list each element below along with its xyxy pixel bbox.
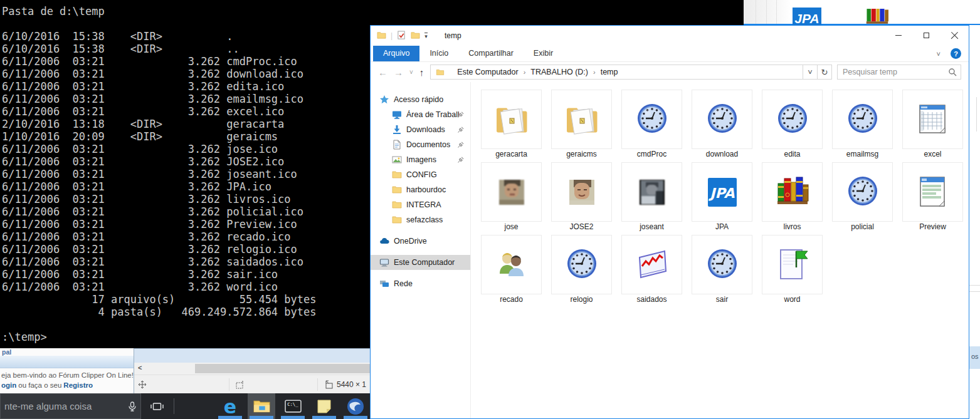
file-label: emailmsg <box>832 149 893 159</box>
sidebar-item[interactable]: INTEGRA <box>371 197 470 212</box>
sidebar-item[interactable]: sefazclass <box>371 212 470 227</box>
properties-button[interactable] <box>397 31 406 40</box>
sidebar-item[interactable]: Acesso rápido <box>371 92 470 107</box>
file-item[interactable]: cmdProc <box>621 90 682 159</box>
new-folder-button[interactable] <box>411 31 420 40</box>
pin-icon <box>457 111 465 118</box>
cortana-search-box[interactable]: nte-me alguma coisa <box>0 393 141 419</box>
ribbon-tab[interactable]: Compartilhar <box>458 46 524 61</box>
sidebar-item[interactable]: Downloads <box>371 122 470 137</box>
file-item[interactable]: geracarta <box>481 90 542 159</box>
search-icon[interactable] <box>948 68 957 76</box>
file-label: edita <box>762 149 823 159</box>
register-link[interactable]: Registro <box>63 381 93 389</box>
back-button[interactable]: ← <box>378 67 387 78</box>
file-label: jose <box>481 222 542 232</box>
folder-icon[interactable] <box>377 31 386 40</box>
photo-joseant-icon <box>632 172 672 212</box>
expand-ribbon-button[interactable]: ˅ <box>937 50 940 58</box>
breadcrumb-segment[interactable]: Este Computador <box>447 68 518 76</box>
file-label: sair <box>692 294 752 304</box>
sidebar-item-label: Rede <box>394 279 459 288</box>
taskbar-app-button[interactable] <box>248 393 275 419</box>
forward-button[interactable]: → <box>394 67 403 78</box>
taskbar: nte-me alguma coisa e C:\_ <box>0 393 370 419</box>
file-item[interactable]: word <box>762 235 823 304</box>
folder-icon <box>392 200 402 210</box>
sidebar-item-label: Downloads <box>406 125 459 134</box>
scrollbar-thumb[interactable] <box>195 364 370 373</box>
clock-icon <box>843 100 883 140</box>
microphone-icon[interactable] <box>127 401 137 411</box>
quick-access-toolbar: | ▾ <box>377 31 428 40</box>
address-dropdown-button[interactable]: ˅ <box>803 65 818 80</box>
cortana-placeholder: nte-me alguma coisa <box>4 394 92 418</box>
help-button[interactable]: ? <box>951 48 961 59</box>
task-view-button[interactable] <box>146 393 167 419</box>
file-item[interactable]: excel <box>902 90 963 159</box>
ribbon-tab[interactable]: Exibir <box>524 46 563 61</box>
sidebar-item-icon <box>392 110 403 120</box>
ribbon-tab[interactable]: Arquivo <box>373 46 419 61</box>
taskbar-app-button[interactable]: C:\_ <box>279 393 307 419</box>
scroll-left-arrow-icon[interactable]: < <box>138 364 142 371</box>
sidebar-item[interactable]: OneDrive <box>371 234 470 249</box>
file-item[interactable]: emailmsg <box>832 90 893 159</box>
file-item[interactable]: edita <box>762 90 823 159</box>
sidebar-item-icon <box>379 257 390 267</box>
taskbar-app-button[interactable] <box>342 393 369 419</box>
file-explorer-icon <box>253 400 270 413</box>
file-item[interactable]: saidados <box>621 235 682 304</box>
refresh-button[interactable]: ↻ <box>817 65 832 80</box>
sidebar-item[interactable]: CONFIG <box>371 167 470 182</box>
ribbon-tab[interactable]: Início <box>419 46 458 61</box>
recent-locations-button[interactable]: ˅ <box>409 69 413 76</box>
horizontal-scrollbar[interactable]: < <box>134 363 370 375</box>
file-item[interactable]: Preview <box>902 162 963 232</box>
file-item[interactable]: geraicms <box>551 90 612 159</box>
sidebar-item[interactable]: Documentos <box>371 137 470 152</box>
sidebar-item-label: Acesso rápido <box>394 95 459 104</box>
up-button[interactable]: ↑ <box>419 67 424 78</box>
file-item[interactable]: jose <box>481 162 542 232</box>
file-item[interactable]: JOSE2 <box>551 162 612 232</box>
sidebar-item[interactable]: harbourdoc <box>371 182 470 197</box>
file-thumbnail <box>762 235 823 294</box>
file-item[interactable]: livros <box>762 162 823 232</box>
breadcrumb-segment[interactable]: ›temp <box>588 68 618 76</box>
breadcrumb-label: Este Computador <box>457 68 518 76</box>
sidebar-item[interactable]: Rede <box>371 276 470 291</box>
file-item[interactable]: recado <box>481 235 542 304</box>
minimize-button[interactable] <box>884 26 912 44</box>
login-middle-text: ou faça o seu <box>18 381 61 389</box>
taskbar-app-button[interactable]: e <box>216 393 244 419</box>
sidebar-item-icon <box>392 140 403 150</box>
page-link-fragment[interactable]: pal <box>2 348 11 356</box>
customize-toolbar-button[interactable]: ▾ <box>424 33 428 39</box>
file-thumbnail <box>832 90 893 149</box>
sidebar-item[interactable]: Imagens <box>371 152 470 167</box>
selection-size-cell <box>235 380 317 390</box>
close-button[interactable] <box>940 26 969 44</box>
address-bar[interactable]: Este Computador›TRABALHO (D:)›temp <box>430 65 803 80</box>
sidebar-item[interactable]: Este Computador <box>371 255 470 270</box>
clock-icon <box>632 100 672 140</box>
jpa-logo-icon: JPA <box>702 172 742 212</box>
search-input[interactable]: Pesquisar temp <box>837 65 961 80</box>
file-item[interactable]: JPA JPA <box>692 162 752 232</box>
divider <box>766 0 767 24</box>
file-item[interactable]: policial <box>832 162 893 232</box>
taskbar-app-button[interactable] <box>310 393 338 419</box>
breadcrumb-segment[interactable]: ›TRABALHO (D:) <box>519 68 588 76</box>
login-link[interactable]: ogin <box>1 381 16 389</box>
paint-status-bar: 5440 × 1 <box>134 375 370 394</box>
file-item[interactable]: sair <box>692 235 752 304</box>
file-item[interactable]: download <box>692 90 752 159</box>
maximize-button[interactable] <box>912 26 940 44</box>
file-item[interactable]: relogio <box>551 235 612 304</box>
search-placeholder: Pesquisar temp <box>838 68 897 76</box>
ribbon-tabs: ArquivoInícioCompartilharExibir <box>371 46 969 62</box>
svg-text:C:\_: C:\_ <box>287 402 298 408</box>
sidebar-item[interactable]: Área de Trabalho <box>371 107 470 122</box>
file-item[interactable]: joseant <box>621 162 682 232</box>
